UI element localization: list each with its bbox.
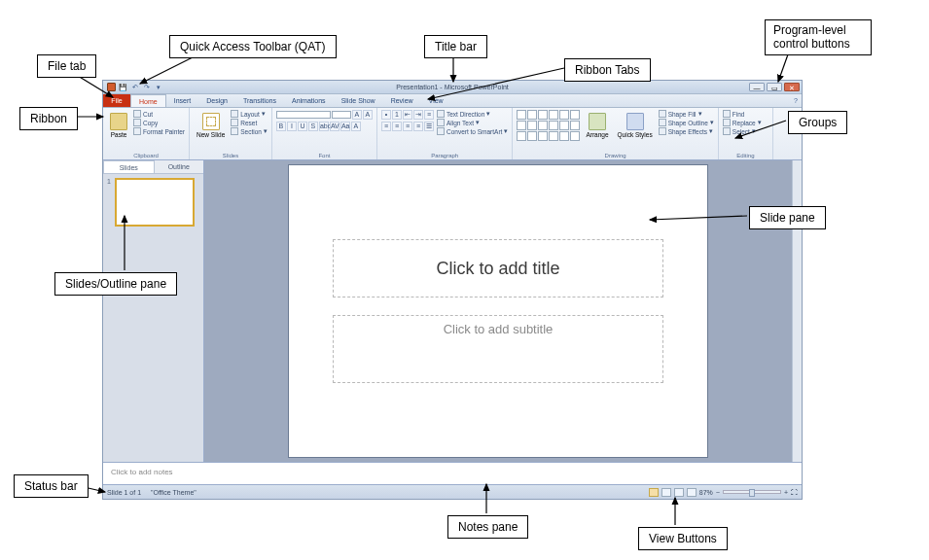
callout-title-bar: Title bar [424,35,487,58]
svg-line-6 [735,121,786,138]
callout-qat: Quick Access Toolbar (QAT) [169,35,337,58]
svg-line-1 [140,56,195,84]
callout-ribbon: Ribbon [19,107,78,130]
svg-line-0 [78,76,113,97]
svg-line-4 [778,54,788,82]
callout-program-controls: Program-level control buttons [765,19,872,55]
callout-ribbon-tabs: Ribbon Tabs [564,58,651,82]
callout-slides-outline: Slides/Outline pane [54,272,177,296]
callout-notes-pane: Notes pane [447,515,528,539]
callout-view-buttons: View Buttons [638,527,728,550]
callout-groups: Groups [788,111,847,134]
callout-file-tab: File tab [37,54,96,78]
svg-line-3 [428,68,564,99]
callout-status-bar: Status bar [14,474,89,498]
svg-line-8 [650,216,747,220]
callout-slide-pane: Slide pane [749,206,826,229]
